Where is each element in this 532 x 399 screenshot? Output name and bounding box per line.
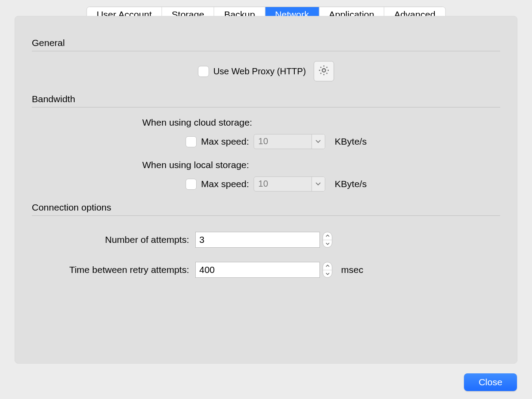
chevron-down-icon	[312, 177, 325, 191]
local-max-speed-label: Max speed:	[201, 179, 249, 189]
divider	[32, 215, 500, 216]
cloud-max-speed-unit: KByte/s	[335, 136, 367, 147]
gear-icon	[318, 64, 330, 79]
cloud-max-speed-label: Max speed:	[201, 136, 249, 147]
local-max-speed-value: 10	[254, 177, 312, 191]
attempts-stepper[interactable]	[323, 232, 332, 248]
bandwidth-cloud-title: When using cloud storage:	[142, 117, 500, 128]
section-title-bandwidth: Bandwidth	[32, 94, 500, 104]
section-title-connection: Connection options	[32, 202, 500, 213]
use-web-proxy-checkbox[interactable]	[198, 66, 209, 77]
stepper-down-icon[interactable]	[323, 270, 332, 278]
svg-point-0	[323, 69, 326, 72]
close-button[interactable]: Close	[464, 373, 517, 391]
divider	[32, 107, 500, 107]
bandwidth-local-title: When using local storage:	[142, 160, 500, 170]
local-max-speed-checkbox[interactable]	[186, 179, 197, 190]
retry-stepper[interactable]	[323, 262, 332, 278]
cloud-max-speed-checkbox[interactable]	[186, 136, 197, 147]
stepper-down-icon[interactable]	[323, 240, 332, 248]
retry-label: Time between retry attempts:	[32, 265, 195, 275]
chevron-down-icon	[312, 134, 325, 149]
cloud-max-speed-value: 10	[254, 134, 312, 149]
settings-panel: General Use Web Proxy (HTTP) Bandwidth W…	[15, 16, 517, 364]
use-web-proxy-label: Use Web Proxy (HTTP)	[213, 66, 306, 77]
retry-unit: msec	[341, 265, 363, 275]
attempts-input[interactable]	[195, 232, 320, 248]
retry-input[interactable]	[195, 262, 320, 278]
proxy-settings-button[interactable]	[314, 61, 334, 81]
divider	[32, 51, 500, 51]
stepper-up-icon[interactable]	[323, 262, 332, 270]
cloud-max-speed-combo[interactable]: 10	[254, 134, 325, 149]
local-max-speed-combo[interactable]: 10	[254, 176, 325, 192]
section-title-general: General	[32, 38, 500, 48]
attempts-label: Number of attempts:	[32, 234, 195, 245]
local-max-speed-unit: KByte/s	[335, 179, 367, 189]
stepper-up-icon[interactable]	[323, 232, 332, 240]
